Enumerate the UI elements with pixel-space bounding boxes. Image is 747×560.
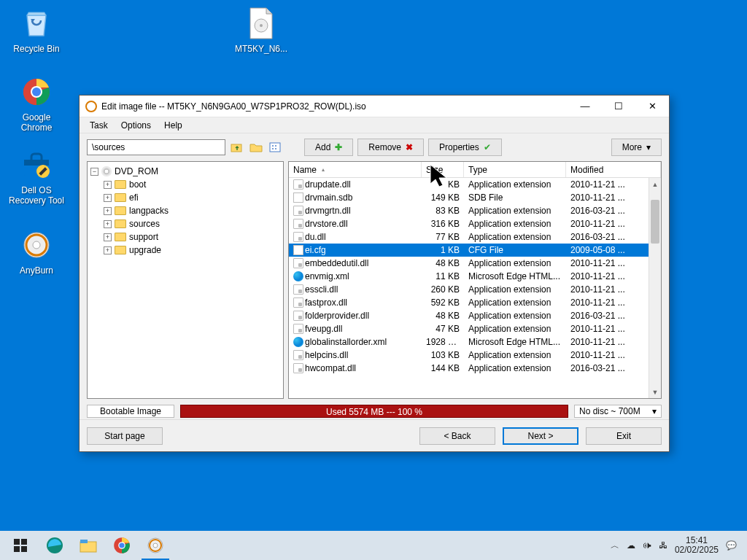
file-row[interactable]: du.dll77 KBApplication extension2016-03-…	[289, 230, 661, 244]
tray-network-icon[interactable]: 🖧	[659, 540, 667, 551]
file-row[interactable]: envmig.xml11 KBMicrosoft Edge HTML...201…	[289, 270, 661, 283]
file-icon	[293, 258, 303, 268]
file-row[interactable]: drvstore.dll316 KBApplication extension2…	[289, 217, 661, 230]
minimize-button[interactable]: —	[568, 96, 602, 117]
tree-item-boot[interactable]: +boot	[90, 178, 280, 191]
desktop-icon-anyburn[interactable]: AnyBurn	[9, 228, 64, 276]
file-row[interactable]: embeddedutil.dll48 KBApplication extensi…	[289, 257, 661, 270]
file-icon	[293, 232, 303, 242]
scroll-down-icon[interactable]: ▼	[649, 386, 661, 398]
tray-volume-icon[interactable]: 🕪	[643, 540, 651, 551]
folder-icon	[115, 246, 126, 254]
folder-icon	[115, 206, 126, 215]
desktop-icon-label: Dell OS Recovery Tool	[9, 185, 64, 206]
disc-icon	[101, 166, 112, 176]
menu-task[interactable]: Task	[84, 119, 114, 132]
desktop-icon-iso-file[interactable]: MT5KY_N6...	[233, 6, 289, 54]
svg-rect-20	[14, 546, 20, 552]
desktop-icon-recycle-bin[interactable]: Recycle Bin	[9, 6, 64, 54]
tree-item-sources[interactable]: +sources	[90, 217, 280, 230]
desktop-icon-label: MT5KY_N6...	[233, 44, 289, 54]
toolbox-icon	[19, 147, 54, 182]
scroll-up-icon[interactable]: ▲	[649, 178, 661, 190]
file-row[interactable]: fveupg.dll47 KBApplication extension2010…	[289, 322, 661, 335]
svg-rect-23	[80, 542, 96, 552]
taskbar-explorer[interactable]	[71, 531, 105, 560]
exit-button[interactable]: Exit	[586, 427, 662, 445]
svg-rect-18	[14, 539, 20, 545]
taskbar-edge[interactable]	[38, 531, 71, 560]
open-folder-icon[interactable]	[249, 140, 263, 155]
tray-onedrive-icon[interactable]: ☁	[627, 540, 635, 551]
tree-item-efi[interactable]: +efi	[90, 191, 280, 204]
close-button[interactable]: ✕	[635, 96, 669, 117]
chevron-down-icon: ▾	[652, 406, 657, 416]
back-button[interactable]: < Back	[419, 427, 495, 445]
file-icon	[293, 337, 303, 347]
file-row[interactable]: globalinstallorder.xml1928 KBMicrosoft E…	[289, 335, 661, 349]
file-icon	[293, 271, 303, 281]
svg-point-17	[275, 148, 276, 149]
file-icon	[293, 350, 303, 360]
x-icon: ✖	[406, 142, 413, 152]
statusbar: Bootable Image Used 5574 MB --- 100 % No…	[80, 403, 669, 419]
taskbar-anyburn[interactable]	[139, 531, 172, 560]
col-name[interactable]: Name ▴	[289, 162, 422, 177]
path-input[interactable]	[87, 139, 225, 155]
toolbar: Add✚ Remove✖ Properties✔ More▾	[80, 133, 669, 161]
col-size[interactable]: Size	[422, 162, 464, 177]
file-row[interactable]: drupdate.dllKBApplication extension2010-…	[289, 178, 661, 191]
menu-options[interactable]: Options	[115, 119, 157, 132]
start-page-button[interactable]: Start page	[87, 427, 163, 445]
file-icon	[293, 363, 303, 373]
column-headers: Name ▴ Size Type Modified	[289, 162, 661, 178]
more-button[interactable]: More▾	[611, 139, 662, 156]
properties-button[interactable]: Properties✔	[428, 139, 502, 156]
disc-selector[interactable]: No disc ~ 700M▾	[574, 405, 662, 418]
svg-point-27	[119, 542, 124, 548]
file-icon	[293, 298, 303, 308]
col-type[interactable]: Type	[464, 162, 566, 177]
next-button[interactable]: Next >	[503, 427, 578, 445]
up-folder-icon[interactable]	[230, 140, 244, 155]
file-row[interactable]: hwcompat.dll144 KBApplication extension2…	[289, 362, 661, 375]
tree-item-upgrade[interactable]: +upgrade	[90, 244, 280, 257]
system-tray[interactable]: ︿ ☁ 🕪 🖧 15:4102/02/2025 💬	[603, 536, 744, 555]
titlebar[interactable]: Edit image file -- MT5KY_N6N9GA00_W7SP1P…	[80, 96, 669, 117]
col-modified[interactable]: Modified	[566, 162, 661, 177]
desktop-icon-label: AnyBurn	[9, 265, 64, 276]
folder-tree[interactable]: −DVD_ROM +boot+efi+langpacks+sources+sup…	[87, 161, 284, 399]
desktop-icon-chrome[interactable]: Google Chrome	[9, 74, 64, 133]
view-icon[interactable]	[268, 140, 282, 155]
iso-file-icon	[244, 6, 279, 41]
desktop-icon-label: Google Chrome	[9, 112, 64, 133]
svg-point-15	[275, 145, 276, 147]
file-row[interactable]: drvmgrtn.dll83 KBApplication extension20…	[289, 204, 661, 217]
taskbar-clock[interactable]: 15:4102/02/2025	[675, 536, 719, 555]
tray-chevron-icon[interactable]: ︿	[611, 540, 619, 552]
taskbar-chrome[interactable]	[105, 531, 139, 560]
file-icon	[293, 245, 303, 255]
svg-point-2	[32, 88, 41, 96]
tray-notifications-icon[interactable]: 💬	[726, 540, 737, 551]
add-button[interactable]: Add✚	[304, 139, 353, 156]
scroll-thumb[interactable]	[651, 200, 659, 244]
file-row[interactable]: drvmain.sdb149 KBSDB File2010-11-21 ...	[289, 191, 661, 204]
svg-rect-13	[270, 143, 280, 152]
file-row[interactable]: folderprovider.dll48 KBApplication exten…	[289, 309, 661, 322]
svg-point-9	[33, 241, 40, 249]
tree-item-langpacks[interactable]: +langpacks	[90, 204, 280, 217]
file-row[interactable]: helpcins.dll103 KBApplication extension2…	[289, 349, 661, 362]
tree-root[interactable]: −DVD_ROM	[90, 165, 280, 178]
tree-item-support[interactable]: +support	[90, 230, 280, 244]
remove-button[interactable]: Remove✖	[357, 139, 424, 156]
svg-point-11	[260, 24, 263, 27]
desktop-icon-dell-recovery[interactable]: Dell OS Recovery Tool	[9, 147, 64, 206]
file-row[interactable]: esscli.dll260 KBApplication extension201…	[289, 283, 661, 296]
file-row[interactable]: fastprox.dll592 KBApplication extension2…	[289, 296, 661, 309]
file-row[interactable]: ei.cfg1 KBCFG File2009-05-08 ...	[289, 244, 661, 257]
menu-help[interactable]: Help	[158, 119, 188, 132]
maximize-button[interactable]: ☐	[602, 96, 635, 117]
scrollbar[interactable]: ▲ ▼	[649, 178, 661, 398]
start-button[interactable]	[3, 531, 38, 560]
